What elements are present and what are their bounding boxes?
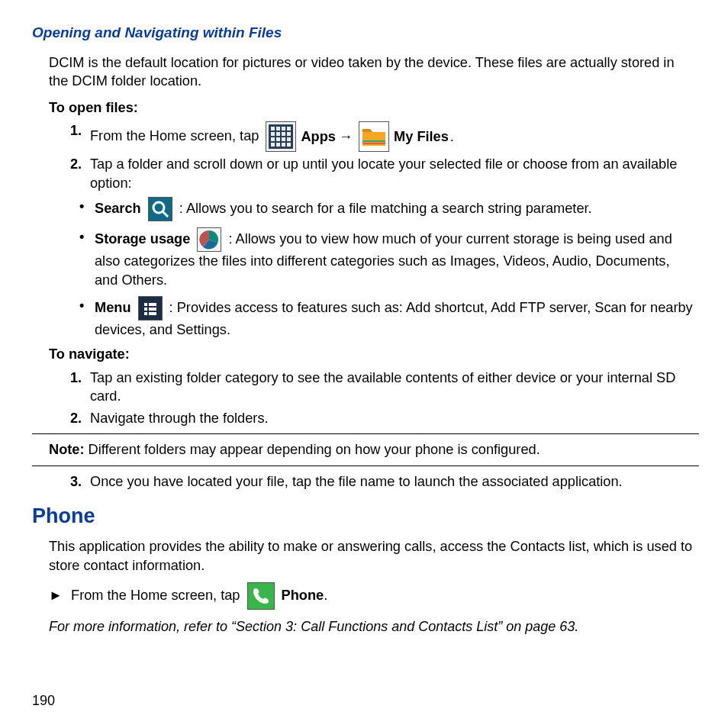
svg-rect-26 — [144, 303, 147, 306]
search-tail: : Allows you to search for a file matchi… — [176, 201, 592, 216]
svg-rect-20 — [362, 140, 385, 142]
nav-step-2-text: Navigate through the folders. — [90, 411, 269, 426]
navigate-step-3: 3. Once you have located your file, tap … — [70, 472, 694, 491]
svg-rect-8 — [282, 132, 285, 136]
nav-marker-3: 3. — [70, 472, 82, 491]
svg-rect-4 — [282, 127, 285, 130]
svg-rect-30 — [144, 312, 147, 315]
subheading-opening-navigating: Opening and Navigating within Files — [32, 23, 699, 43]
svg-rect-31 — [149, 312, 156, 315]
navigate-step-1: 1. Tap an existing folder category to se… — [70, 369, 694, 406]
svg-rect-11 — [276, 137, 280, 141]
option-bullets: Search : Allows you to search for a file… — [79, 197, 694, 339]
svg-rect-15 — [276, 143, 280, 147]
open-step-1-pre: From the Home screen, tap — [90, 128, 263, 143]
svg-rect-5 — [287, 127, 291, 130]
menu-icon — [138, 296, 163, 321]
phone-step: ► From the Home screen, tap Phone. — [49, 582, 694, 610]
open-step-2-text: Tap a folder and scroll down or up until… — [90, 156, 677, 191]
svg-rect-3 — [276, 127, 280, 130]
phone-step-tail: . — [324, 588, 327, 603]
divider-top — [32, 433, 699, 434]
bullet-search: Search : Allows you to search for a file… — [79, 197, 694, 221]
step-marker-1: 1. — [70, 121, 82, 140]
page-number: 190 — [32, 691, 55, 710]
nav-marker-1: 1. — [70, 369, 82, 388]
open-step-2: 2. Tap a folder and scroll down or up un… — [70, 155, 694, 192]
navigate-step-2: 2. Navigate through the folders. — [70, 409, 694, 428]
svg-rect-12 — [282, 137, 285, 141]
myfiles-label: My Files — [394, 127, 449, 147]
arrow-icon: → — [339, 127, 353, 147]
navigate-steps-list: 1. Tap an existing folder category to se… — [70, 369, 694, 428]
to-navigate-label: To navigate: — [49, 345, 694, 364]
open-step-1: 1. From the Home screen, tap — [70, 121, 694, 152]
apps-label: Apps — [301, 127, 335, 147]
svg-rect-27 — [149, 303, 156, 306]
bullet-menu: Menu : Provides access to features such … — [79, 296, 694, 340]
to-open-label: To open files: — [49, 98, 694, 118]
svg-rect-13 — [287, 137, 291, 141]
svg-rect-21 — [149, 198, 172, 221]
phone-app-label: Phone — [282, 588, 324, 603]
svg-rect-29 — [149, 308, 156, 311]
storage-label: Storage usage — [95, 231, 190, 246]
svg-rect-28 — [144, 308, 147, 311]
nav-step-1-text: Tap an existing folder category to see t… — [90, 370, 675, 404]
menu-tail: : Provides access to features such as: A… — [95, 299, 693, 337]
triangle-bullet-icon: ► — [49, 586, 63, 605]
svg-rect-14 — [271, 143, 275, 147]
open-step-1-tail: . — [450, 127, 454, 147]
open-steps-list: 1. From the Home screen, tap — [70, 121, 694, 192]
search-label: Search — [95, 201, 141, 216]
bullet-storage: Storage usage : Allows you to view how m… — [79, 227, 694, 289]
phone-icon — [247, 582, 275, 610]
phone-intro: This application provides the ability to… — [49, 537, 694, 575]
navigate-step-3-list: 3. Once you have located your file, tap … — [70, 472, 694, 491]
note-line: Note: Different folders may appear depen… — [49, 440, 699, 459]
nav-step-3-text: Once you have located your file, tap the… — [90, 474, 623, 489]
svg-rect-10 — [271, 137, 275, 141]
search-icon — [148, 197, 172, 221]
heading-phone: Phone — [32, 502, 699, 530]
svg-rect-9 — [287, 132, 291, 136]
step-marker-2: 2. — [70, 155, 82, 174]
reference-line: For more information, refer to “Section … — [49, 617, 699, 636]
svg-rect-7 — [276, 132, 280, 136]
apps-icon — [266, 121, 296, 152]
folder-icon — [359, 121, 389, 152]
svg-rect-16 — [282, 143, 285, 147]
note-text: Different folders may appear depending o… — [84, 442, 540, 457]
phone-step-pre: From the Home screen, tap — [71, 588, 243, 603]
svg-rect-32 — [248, 583, 274, 609]
svg-rect-6 — [271, 132, 275, 136]
svg-rect-17 — [287, 143, 291, 147]
divider-bottom — [32, 465, 699, 466]
storage-usage-icon — [197, 227, 221, 252]
menu-label: Menu — [95, 299, 131, 314]
nav-marker-2: 2. — [70, 409, 82, 428]
note-label: Note: — [49, 442, 84, 457]
svg-rect-2 — [271, 127, 275, 130]
svg-rect-19 — [362, 143, 385, 144]
intro-paragraph: DCIM is the default location for picture… — [49, 53, 694, 91]
